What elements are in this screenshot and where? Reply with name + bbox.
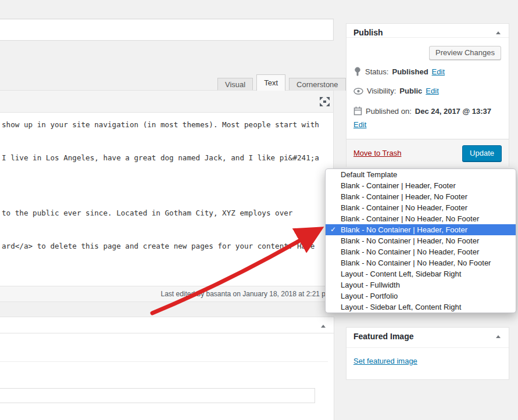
collapse-toggle[interactable] — [494, 28, 503, 37]
lower-metabox-header — [0, 317, 334, 333]
metabox-text-input[interactable] — [0, 388, 315, 403]
post-content-textarea[interactable]: show up in your site navigation (in most… — [0, 113, 333, 287]
edit-published-link[interactable]: Edit — [353, 120, 366, 129]
post-editor-panel: show up in your site navigation (in most… — [0, 90, 334, 302]
last-edited-status: Last edited by basanta on January 18, 20… — [0, 286, 333, 301]
template-option[interactable]: Blank - No Container | Header, No Footer — [326, 235, 516, 246]
editor-text-line: I live in Los Angeles, have a great dog … — [2, 152, 319, 163]
editor-text-line: ard</a> to delete this page and create n… — [2, 240, 315, 252]
editor-text-line: show up in your site navigation (in most… — [2, 119, 319, 130]
template-option-label: Blank - No Container | Header, Footer — [341, 225, 467, 234]
status-row: Status: Published Edit — [353, 67, 445, 76]
tab-cornerstone[interactable]: Cornerstone — [289, 78, 346, 91]
tab-visual[interactable]: Visual — [217, 78, 253, 91]
template-option[interactable]: Layout - Sidebar Left, Content Right — [326, 301, 516, 313]
template-option[interactable]: Blank - Container | Header, Footer — [326, 180, 516, 191]
collapse-triangle-icon — [496, 335, 501, 338]
publish-panel: Publish Preview Changes Status: Publishe… — [346, 23, 509, 167]
wordpress-edit-page: Visual Text Cornerstone show up in your … — [0, 0, 518, 420]
template-option[interactable]: Blank - Container | No Header, No Footer — [326, 213, 516, 224]
published-on-row: Published on: Dec 24, 2017 @ 13:37 — [353, 106, 491, 116]
lower-metabox — [0, 317, 334, 420]
template-option[interactable]: Layout - Portfolio — [326, 290, 516, 301]
pin-icon — [353, 67, 362, 76]
collapse-toggle[interactable] — [494, 332, 503, 341]
collapse-triangle-icon — [321, 325, 326, 328]
published-on-value: Dec 24, 2017 @ 13:37 — [415, 107, 491, 116]
publish-panel-title: Publish — [346, 24, 390, 41]
metabox-divider — [0, 361, 328, 362]
editor-mode-tabs: Visual Text Cornerstone — [217, 74, 346, 91]
status-value: Published — [392, 67, 428, 76]
status-label: Status: — [365, 67, 388, 76]
update-button[interactable]: Update — [462, 145, 502, 161]
collapse-toggle[interactable] — [319, 321, 328, 331]
checkmark-icon: ✓ — [330, 224, 336, 235]
distraction-free-icon[interactable] — [319, 96, 330, 107]
header-divider — [346, 347, 509, 348]
visibility-row: Visibility: Public Edit — [353, 87, 439, 95]
eye-icon — [353, 88, 363, 95]
major-publishing-actions: Move to Trash Update — [346, 139, 509, 167]
template-option[interactable]: Blank - Container | No Header, Footer — [326, 202, 516, 213]
move-to-trash-link[interactable]: Move to Trash — [353, 149, 401, 157]
editor-text-line: to the public ever since. Located in Got… — [2, 207, 292, 218]
template-option[interactable]: Blank - No Container | No Header, Footer — [326, 246, 516, 257]
template-option[interactable]: Layout - Content Left, Sidebar Right — [326, 268, 516, 279]
template-option-selected[interactable]: ✓ Blank - No Container | Header, Footer — [326, 224, 516, 235]
page-template-dropdown: Default Template Blank - Container | Hea… — [325, 168, 516, 313]
edit-visibility-link[interactable]: Edit — [426, 87, 438, 95]
template-option[interactable]: Default Template — [326, 169, 516, 180]
visibility-label: Visibility: — [367, 87, 396, 95]
quicktags-toolbar — [0, 91, 333, 113]
visibility-value: Public — [399, 87, 422, 95]
tab-text[interactable]: Text — [256, 74, 285, 91]
post-title-input[interactable] — [0, 19, 334, 41]
set-featured-image-link[interactable]: Set featured image — [353, 357, 417, 365]
template-option[interactable]: Blank - No Container | No Header, No Foo… — [326, 257, 516, 268]
template-option[interactable]: Blank - Container | Header, No Footer — [326, 191, 516, 202]
published-on-label: Published on: — [366, 107, 412, 116]
header-divider — [346, 37, 509, 38]
edit-status-link[interactable]: Edit — [432, 67, 445, 76]
preview-changes-button[interactable]: Preview Changes — [429, 46, 501, 60]
featured-image-title: Featured Image — [346, 328, 420, 345]
calendar-icon — [353, 106, 362, 116]
edit-published-row: Edit — [353, 120, 366, 129]
featured-image-panel: Featured Image Set featured image — [346, 327, 509, 380]
collapse-triangle-icon — [496, 31, 501, 34]
template-option[interactable]: Layout - Fullwidth — [326, 279, 516, 290]
